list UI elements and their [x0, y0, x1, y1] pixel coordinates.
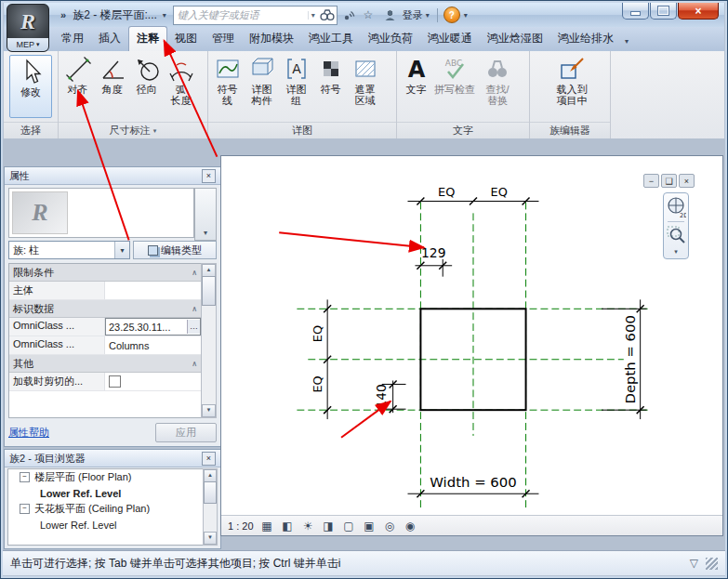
- aligned-dimension-button[interactable]: 对齐: [60, 53, 95, 120]
- resize-grip[interactable]: [706, 558, 718, 570]
- sign-in-button[interactable]: 登录 ▾: [377, 6, 433, 24]
- search-input[interactable]: [174, 8, 308, 22]
- scroll-thumb[interactable]: [202, 276, 216, 306]
- scroll-up-icon[interactable]: ▲: [202, 264, 216, 277]
- param-value[interactable]: [105, 282, 201, 299]
- tab-common[interactable]: 常用: [54, 27, 91, 51]
- find-replace-button[interactable]: 查找/ 替换: [476, 53, 519, 120]
- scale-button[interactable]: 1 : 20: [228, 520, 254, 532]
- dimension-140[interactable]: 140: [374, 381, 406, 414]
- tab-hongye-tools[interactable]: 鸿业工具: [301, 27, 361, 51]
- help-button[interactable]: ?: [443, 7, 460, 23]
- status-message: 单击可进行选择; 按 Tab 键并单击可选择其他项目; 按 Ctrl 键并单击i: [10, 556, 340, 572]
- tree-node-ceiling-plan[interactable]: − 天花板平面 (Ceiling Plan): [8, 501, 203, 517]
- view-close-icon[interactable]: ×: [679, 174, 695, 188]
- param-value[interactable]: Columns: [105, 336, 201, 354]
- tab-manage[interactable]: 管理: [205, 27, 242, 51]
- family-combo-caret-icon[interactable]: ▾: [114, 242, 129, 258]
- minimize-button[interactable]: [622, 3, 649, 20]
- preview-dropdown[interactable]: ▾: [194, 188, 217, 241]
- load-into-project-button[interactable]: 载入到 项目中: [548, 53, 596, 120]
- detail-group-button[interactable]: A 详图 组: [279, 53, 313, 120]
- properties-help-link[interactable]: 属性帮助: [8, 426, 49, 440]
- param-value[interactable]: 23.25.30.11... …: [105, 318, 201, 336]
- show-crop-region-icon[interactable]: ▣: [363, 520, 377, 533]
- type-preview: R: [8, 188, 194, 238]
- project-browser-close-icon[interactable]: ×: [202, 452, 216, 466]
- tab-hongye-hvac[interactable]: 鸿业暖通: [420, 27, 480, 51]
- svg-text:A: A: [292, 61, 301, 76]
- scroll-down-icon[interactable]: ▼: [204, 532, 217, 545]
- navbar-caret-icon[interactable]: ▾: [674, 248, 678, 256]
- radial-dimension-button[interactable]: 径向: [129, 53, 164, 120]
- tree-node-lower-ref-level-2[interactable]: Lower Ref. Level: [8, 517, 203, 533]
- edit-type-button[interactable]: 编辑类型: [133, 241, 217, 259]
- detail-component-button[interactable]: 详图 构件: [245, 53, 279, 120]
- shadows-icon[interactable]: ◨: [322, 520, 336, 533]
- scroll-down-icon[interactable]: ▼: [202, 404, 216, 417]
- favorites-star-icon[interactable]: ☆: [359, 6, 377, 24]
- tab-insert[interactable]: 插入: [91, 27, 128, 51]
- family-type-selector[interactable]: 族: 柱 ▾: [8, 241, 130, 259]
- panel-flyout-dimension[interactable]: 尺寸标注 ▾: [59, 122, 207, 138]
- svg-text:Width = 600: Width = 600: [430, 474, 517, 491]
- temporary-hide-isolate-icon[interactable]: ◎: [383, 520, 397, 533]
- view-minimize-icon[interactable]: −: [643, 174, 659, 188]
- close-button[interactable]: ×: [678, 3, 719, 20]
- tab-view[interactable]: 视图: [167, 27, 205, 51]
- browse-button[interactable]: …: [187, 320, 200, 334]
- steering-wheel-icon[interactable]: 2D: [666, 196, 686, 218]
- tab-hongye-psychro[interactable]: 鸿业焓湿图: [480, 27, 550, 51]
- group-constraints[interactable]: 限制条件 ∧: [9, 264, 201, 282]
- ribbon-state-caret-icon[interactable]: ▾: [621, 37, 632, 51]
- search-binoculars-icon[interactable]: [318, 6, 337, 24]
- selection-filter-icon[interactable]: ▽: [690, 557, 698, 570]
- symbol-line-button[interactable]: 符号 线: [210, 53, 245, 120]
- dimension-width[interactable]: Width = 600: [408, 474, 539, 497]
- application-menu-button[interactable]: R MEP ▾: [7, 4, 49, 52]
- tree-node-lower-ref-level[interactable]: Lower Ref. Level: [8, 485, 203, 501]
- browser-scrollbar[interactable]: ▲ ▼: [203, 468, 218, 546]
- reveal-hidden-elements-icon[interactable]: ◉: [404, 520, 417, 533]
- tab-annotate[interactable]: 注释: [128, 26, 167, 51]
- group-identity-data[interactable]: 标识数据 ∧: [9, 300, 201, 318]
- crop-view-icon[interactable]: ▢: [342, 520, 356, 533]
- quick-access-caret-icon[interactable]: ▾: [159, 11, 170, 20]
- properties-close-icon[interactable]: ×: [202, 169, 216, 183]
- visual-style-icon[interactable]: ◧: [281, 520, 295, 533]
- collapse-icon[interactable]: −: [20, 504, 30, 514]
- tab-hongye-plumbing[interactable]: 鸿业给排水: [550, 27, 621, 51]
- restore-button[interactable]: [650, 3, 677, 20]
- zoom-icon[interactable]: [666, 225, 686, 245]
- angular-dimension-button[interactable]: 角度: [95, 53, 129, 120]
- collapse-icon[interactable]: −: [20, 472, 30, 482]
- masking-region-button[interactable]: 遮罩 区域: [348, 53, 382, 120]
- help-caret-icon[interactable]: ▾: [460, 11, 471, 20]
- table-row: OmniClass ... Columns: [9, 336, 201, 355]
- properties-scrollbar[interactable]: ▲ ▼: [201, 263, 217, 418]
- drawing-area[interactable]: EQ EQ 129 EQ EQ: [220, 155, 723, 536]
- quick-access-overflow-icon[interactable]: »: [56, 9, 71, 20]
- tree-node-floor-plan[interactable]: − 楼层平面 (Floor Plan): [8, 469, 203, 485]
- sun-path-icon[interactable]: ☀: [301, 520, 315, 533]
- group-collapse-icon: ∧: [192, 269, 197, 277]
- symbol-button[interactable]: 符号: [313, 53, 348, 120]
- text-button[interactable]: A 文字: [399, 53, 433, 120]
- tab-addins[interactable]: 附加模块: [242, 27, 301, 51]
- scroll-up-icon[interactable]: ▲: [204, 469, 217, 482]
- tab-hongye-load[interactable]: 鸿业负荷: [361, 27, 420, 51]
- scroll-thumb[interactable]: [204, 481, 217, 504]
- checkbox[interactable]: [109, 375, 121, 388]
- view-restore-icon[interactable]: ❑: [661, 174, 677, 188]
- dimension-eq-horizontal[interactable]: EQ EQ: [408, 185, 539, 205]
- drawing-view[interactable]: EQ EQ 129 EQ EQ: [221, 156, 722, 516]
- modify-button[interactable]: 修改: [9, 55, 52, 118]
- reference-planes[interactable]: [297, 202, 649, 507]
- arc-length-dimension-button[interactable]: 弧 长度: [164, 53, 198, 120]
- communication-center-icon[interactable]: [340, 6, 359, 24]
- apply-button[interactable]: 应用: [155, 423, 217, 442]
- spell-check-button[interactable]: ABC 拼写检查: [433, 53, 476, 120]
- detail-level-icon[interactable]: ▦: [260, 520, 274, 533]
- search-caret-icon[interactable]: ▾: [308, 11, 318, 20]
- group-other[interactable]: 其他 ∧: [9, 355, 201, 373]
